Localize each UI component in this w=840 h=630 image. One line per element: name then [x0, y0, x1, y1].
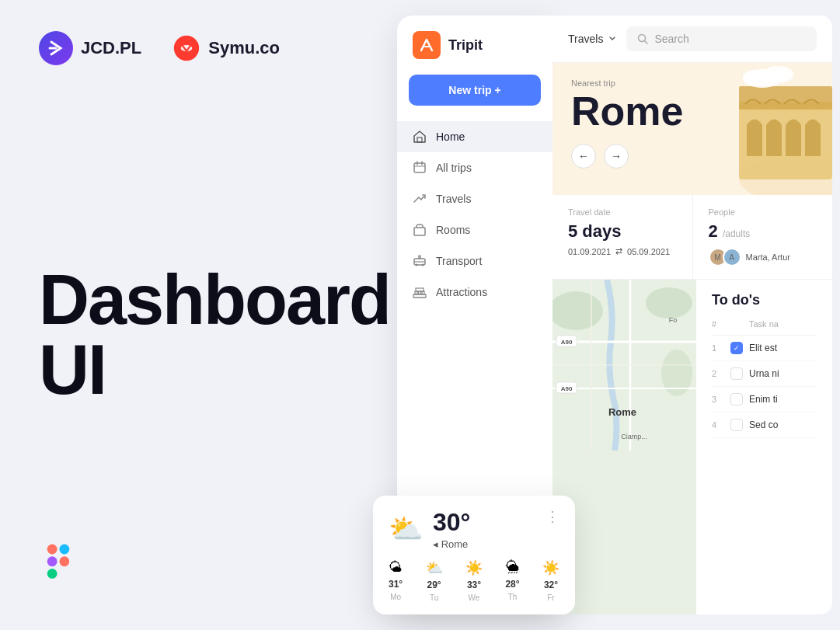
- todo-check-3[interactable]: [730, 393, 743, 405]
- map-svg: A90 A90 Rome Ciamp... Fo: [552, 280, 696, 451]
- avatar-stack: M A: [709, 248, 741, 266]
- search-placeholder: Search: [654, 33, 688, 45]
- hero-section: Nearest trip Rome ← →: [552, 63, 832, 195]
- travel-date-card: Travel date 5 days 01.09.2021 ⇄ 05.09.20…: [552, 195, 693, 279]
- todo-row-3: 3 Enim ti: [712, 387, 817, 412]
- forecast-day-thu: Th: [508, 593, 518, 601]
- forecast-icon-wed: ☀️: [465, 559, 483, 576]
- todo-title: To do's: [712, 292, 817, 308]
- alltrips-icon: [413, 161, 427, 175]
- date-from: 01.09.2021: [568, 247, 611, 256]
- svg-point-5: [59, 556, 69, 566]
- nav-rooms[interactable]: Rooms: [397, 214, 552, 245]
- svg-text:Rome: Rome: [608, 406, 636, 418]
- symu-name: Symu.co: [208, 38, 280, 58]
- svg-rect-1: [47, 545, 58, 555]
- brand-jcd: JCD.PL: [39, 31, 141, 65]
- forecast-icon-tue: ⛅: [426, 559, 443, 576]
- svg-rect-25: [739, 86, 832, 110]
- forecast-temp-wed: 33°: [467, 580, 481, 590]
- todo-section: To do's # Task na 1 ✓ Elit est 2: [696, 280, 832, 614]
- todo-row-1: 1 ✓ Elit est: [712, 336, 817, 361]
- title-line1: Dashboard: [39, 265, 396, 335]
- jcd-icon: [39, 31, 73, 65]
- search-bar[interactable]: Search: [626, 26, 817, 51]
- rooms-icon: [413, 223, 427, 237]
- forecast-temp-tue: 29°: [427, 580, 441, 590]
- forecast-fri: ☀️ 32° Fr: [542, 559, 559, 602]
- attractions-icon: [413, 285, 427, 299]
- svg-text:A90: A90: [561, 385, 573, 392]
- travels-label: Travels: [568, 33, 603, 45]
- todo-text-1: Elit est: [749, 343, 817, 353]
- weather-city: ◂ Rome: [433, 538, 470, 550]
- sidebar-nav: Home All trips Travels: [397, 121, 552, 308]
- nav-home[interactable]: Home: [397, 121, 552, 152]
- people-card: People 2 /adults M A Marta, Artur: [693, 195, 833, 279]
- trip-details-row: Travel date 5 days 01.09.2021 ⇄ 05.09.20…: [552, 195, 832, 280]
- forecast-day-mon: Mo: [390, 593, 401, 601]
- weather-main: ⛅ 30° ◂ Rome: [389, 508, 470, 550]
- forecast-icon-fri: ☀️: [542, 559, 559, 576]
- nav-attractions-label: Attractions: [436, 286, 487, 298]
- people-avatars: M A Marta, Artur: [709, 248, 817, 266]
- people-names: Marta, Artur: [746, 252, 790, 262]
- travels-dropdown[interactable]: Travels: [568, 33, 617, 45]
- nav-transport[interactable]: Transport: [397, 245, 552, 277]
- top-bar: Travels Search: [552, 16, 832, 63]
- title-line2: UI: [39, 335, 396, 405]
- todo-check-2[interactable]: [730, 367, 743, 380]
- svg-rect-4: [47, 569, 58, 579]
- todo-check-1[interactable]: ✓: [730, 342, 743, 354]
- nav-travels[interactable]: Travels: [397, 183, 552, 214]
- forecast-tue: ⛅ 29° Tu: [426, 559, 443, 602]
- figma-icon: [39, 541, 78, 580]
- col-task: Task na: [749, 319, 779, 329]
- duration-value: 5 days: [568, 221, 677, 242]
- home-icon: [413, 130, 427, 144]
- brand-logos: JCD.PL Symu.co: [39, 31, 396, 65]
- chevron-down-icon: [608, 34, 617, 44]
- svg-point-14: [422, 264, 424, 266]
- forecast-icon-mon: 🌤: [389, 559, 403, 576]
- forecast-day-tue: Tu: [430, 593, 438, 602]
- next-arrow[interactable]: →: [604, 144, 629, 169]
- svg-rect-6: [417, 137, 422, 142]
- nav-alltrips-label: All trips: [436, 162, 472, 174]
- svg-rect-3: [47, 556, 58, 566]
- svg-rect-19: [416, 288, 423, 291]
- colosseum-illustration: [716, 63, 832, 195]
- prev-arrow[interactable]: ←: [571, 144, 596, 169]
- forecast-day-fri: Fr: [547, 593, 554, 602]
- weather-widget: ⛅ 30° ◂ Rome ⋮ 🌤 31° Mo ⛅ 29° Tu ☀️ 33° …: [373, 496, 575, 614]
- todo-row-4: 4 Sed co: [712, 412, 817, 438]
- svg-point-28: [743, 70, 766, 84]
- search-icon: [637, 33, 648, 44]
- avatar-2: A: [723, 248, 741, 266]
- col-num: #: [712, 319, 724, 329]
- todo-text-4: Sed co: [749, 419, 817, 430]
- people-label: People: [709, 207, 817, 217]
- date-to: 05.09.2021: [627, 247, 670, 256]
- weather-top: ⛅ 30° ◂ Rome ⋮: [389, 508, 559, 550]
- forecast-mon: 🌤 31° Mo: [389, 559, 403, 602]
- todo-text-2: Urna ni: [749, 368, 817, 379]
- weather-more-icon[interactable]: ⋮: [545, 508, 559, 525]
- svg-text:A90: A90: [561, 339, 573, 346]
- svg-rect-7: [414, 163, 425, 172]
- new-trip-button[interactable]: New trip +: [409, 75, 541, 106]
- location-icon: ◂: [433, 538, 438, 550]
- nav-attractions[interactable]: Attractions: [397, 277, 552, 308]
- svg-rect-15: [413, 294, 426, 298]
- forecast-icon-thu: 🌦: [506, 559, 520, 576]
- forecast-thu: 🌦 28° Th: [505, 559, 519, 602]
- todo-table: # Task na 1 ✓ Elit est 2 Urna ni: [712, 319, 817, 438]
- app-logo: Tripit: [397, 31, 552, 75]
- svg-text:Fo: Fo: [669, 316, 678, 324]
- people-count: 2 /adults: [709, 221, 817, 242]
- nav-home-label: Home: [436, 131, 465, 143]
- nav-transport-label: Transport: [436, 255, 482, 267]
- todo-check-4[interactable]: [730, 419, 743, 431]
- nav-alltrips[interactable]: All trips: [397, 152, 552, 183]
- forecast-temp-mon: 31°: [389, 579, 403, 590]
